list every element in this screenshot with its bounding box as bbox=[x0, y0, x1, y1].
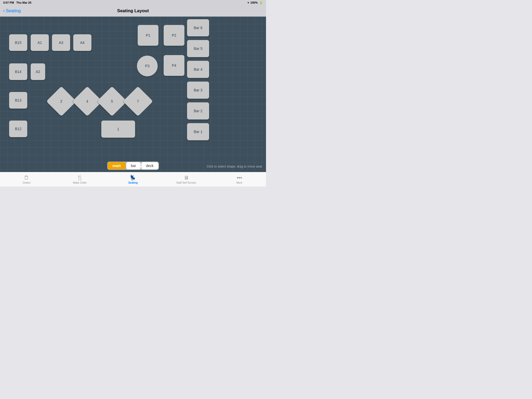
status-bar: 3:07 PM Thu Mar 25 ▾ 100% 🔋 bbox=[0, 0, 266, 5]
seating-layout: mainbardeck Click to select shape; drag … bbox=[0, 17, 266, 172]
floor-tabs: mainbardeck bbox=[107, 162, 159, 170]
make-order-icon: 🍴 bbox=[77, 175, 83, 181]
tab-bar: 🗒Orders🍴Make Order💺Seating🖥Staff Self Se… bbox=[0, 172, 266, 187]
chevron-left-icon: ‹ bbox=[3, 8, 5, 14]
seat-p1[interactable]: P1 bbox=[138, 25, 158, 46]
page-title: Seating Layout bbox=[117, 8, 149, 14]
staff-self-icon: 🖥 bbox=[184, 175, 189, 181]
tab-staff-self[interactable]: 🖥Staff Self Service bbox=[159, 175, 213, 184]
floor-tab-main[interactable]: main bbox=[108, 162, 126, 169]
seat-P3[interactable]: P3 bbox=[137, 56, 158, 76]
seat-5[interactable]: 5 bbox=[97, 86, 127, 116]
more-label: More bbox=[236, 181, 242, 184]
seat-a3[interactable]: A3 bbox=[52, 34, 70, 51]
battery-label: 100% bbox=[250, 1, 258, 4]
back-label: Seating bbox=[6, 8, 21, 14]
hint-text: Click to select shape; drag to move seat bbox=[207, 165, 262, 168]
seat-bar-4[interactable]: Bar 4 bbox=[187, 61, 209, 78]
seat-1[interactable]: 1 bbox=[101, 121, 135, 138]
tab-make-order[interactable]: 🍴Make Order bbox=[53, 175, 107, 184]
orders-icon: 🗒 bbox=[24, 175, 29, 181]
seat-p2[interactable]: P2 bbox=[164, 25, 184, 46]
seat-bar-1[interactable]: Bar 1 bbox=[187, 123, 209, 140]
seat-b12[interactable]: B12 bbox=[9, 121, 27, 137]
wifi-icon: ▾ bbox=[248, 1, 249, 4]
orders-label: Orders bbox=[23, 181, 31, 184]
seat-a2[interactable]: A2 bbox=[31, 63, 45, 80]
seat-7[interactable]: 7 bbox=[123, 86, 153, 116]
status-time: 3:07 PM Thu Mar 25 bbox=[3, 1, 31, 4]
tab-more[interactable]: •••More bbox=[213, 175, 266, 184]
seat-bar-3[interactable]: Bar 3 bbox=[187, 82, 209, 99]
seat-b14[interactable]: B14 bbox=[9, 63, 27, 80]
tab-seating[interactable]: 💺Seating bbox=[107, 175, 160, 184]
make-order-label: Make Order bbox=[73, 181, 87, 184]
tab-orders[interactable]: 🗒Orders bbox=[0, 175, 53, 184]
staff-self-label: Staff Self Service bbox=[176, 181, 196, 184]
seat-b15[interactable]: B15 bbox=[9, 34, 27, 51]
battery-icon: 🔋 bbox=[259, 1, 263, 4]
seat-a1[interactable]: A1 bbox=[31, 34, 49, 51]
seating-label: Seating bbox=[128, 181, 138, 184]
nav-bar: ‹ Seating Seating Layout bbox=[0, 5, 266, 17]
seat-p4[interactable]: P4 bbox=[164, 55, 184, 76]
more-icon: ••• bbox=[237, 175, 242, 181]
seat-bar-2[interactable]: Bar 2 bbox=[187, 102, 209, 119]
seat-2[interactable]: 2 bbox=[46, 86, 76, 116]
seat-bar-6[interactable]: Bar 6 bbox=[187, 19, 209, 36]
seating-icon: 💺 bbox=[130, 175, 136, 181]
floor-tab-deck[interactable]: deck bbox=[141, 162, 158, 169]
seat-a4[interactable]: A4 bbox=[73, 34, 91, 51]
seat-b13[interactable]: B13 bbox=[9, 92, 27, 109]
floor-tab-bar[interactable]: bar bbox=[126, 162, 141, 169]
back-button[interactable]: ‹ Seating bbox=[3, 8, 21, 14]
status-right: ▾ 100% 🔋 bbox=[248, 1, 263, 4]
seat-bar-5[interactable]: Bar 5 bbox=[187, 40, 209, 57]
